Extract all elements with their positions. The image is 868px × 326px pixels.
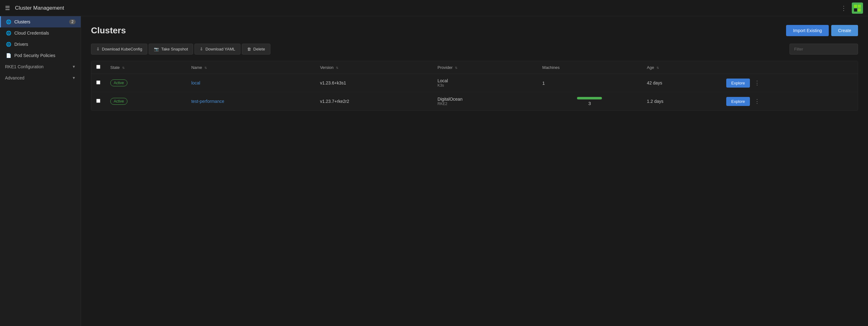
table-row: Active local v1.23.6+k3s1 Local K3s 1 42… [91,74,858,92]
topbar: ☰ Cluster Management ⋮ [0,0,868,16]
machines-count-0: 1 [542,81,545,86]
sidebar-item-cloud-credentials[interactable]: 🌐 Cloud Credentials [0,27,81,39]
sort-name-icon: ⇅ [205,66,207,69]
row-actions-1: Explore ⋮ [721,92,858,111]
row-more-icon-0[interactable]: ⋮ [752,80,762,86]
name-col-label: Name [191,65,202,70]
provider-col-label: Provider [437,65,453,70]
download-yaml-icon: ⇩ [200,47,203,52]
clusters-table: State ⇅ Name ⇅ Version ⇅ Provider [91,61,858,111]
sort-age-icon: ⇅ [656,66,659,69]
explore-button-0[interactable]: Explore [726,79,750,88]
version-col-label: Version [320,65,333,70]
svg-rect-0 [854,5,857,8]
header-actions [721,61,858,74]
row-checkbox-0[interactable] [96,81,100,85]
sidebar-item-clusters[interactable]: 🌐 Clusters 2 [0,16,81,27]
clusters-badge: 2 [69,19,76,24]
machines-bar-1 [577,97,602,99]
document-icon: 📄 [6,53,11,58]
sort-provider-icon: ⇅ [455,66,457,69]
advanced-section-label: Advanced [5,76,72,81]
sidebar-clusters-label: Clusters [14,19,69,24]
svg-rect-2 [854,8,857,11]
header-machines: Machines [537,61,642,74]
select-all-checkbox[interactable] [96,65,100,69]
row-state-0: Active [105,74,186,92]
globe-icon: 🌐 [6,19,11,24]
sidebar-section-rke1[interactable]: RKE1 Configuration ▼ [0,61,81,72]
take-snapshot-button[interactable]: 📷 Take Snapshot [149,43,193,55]
sidebar: 🌐 Clusters 2 🌐 Cloud Credentials 🌐 Drive… [0,16,81,326]
row-machines-0: 1 [537,74,642,92]
status-badge-0: Active [110,80,127,86]
header-version[interactable]: Version ⇅ [315,61,432,74]
sidebar-pod-label: Pod Security Policies [14,53,76,58]
row-checkbox-cell [91,92,105,111]
row-provider-0: Local K3s [432,74,537,92]
trash-icon: 🗑 [247,47,251,52]
download-icon: ⇩ [96,47,100,52]
table-row: Active test-performance v1.23.7+rke2r2 D… [91,92,858,111]
header-name[interactable]: Name ⇅ [186,61,315,74]
main-layout: 🌐 Clusters 2 🌐 Cloud Credentials 🌐 Drive… [0,16,868,326]
row-name-cell-0: local [186,74,315,92]
download-yaml-button[interactable]: ⇩ Download YAML [194,43,241,55]
row-version-1: v1.23.7+rke2r2 [315,92,432,111]
create-button[interactable]: Create [831,25,858,36]
import-existing-button[interactable]: Import Existing [786,25,829,36]
toolbar: ⇩ Download KubeConfig 📷 Take Snapshot ⇩ … [91,43,858,55]
sidebar-item-pod-security-policies[interactable]: 📄 Pod Security Policies [0,50,81,61]
header-checkbox-col [91,61,105,74]
sort-version-icon: ⇅ [336,66,338,69]
globe-icon-2: 🌐 [6,31,11,35]
cluster-name-link-1[interactable]: test-performance [191,99,224,104]
actions-container-0: Explore ⋮ [726,79,853,88]
row-actions-0: Explore ⋮ [721,74,858,92]
provider-sub-0: K3s [437,83,532,88]
download-kubeconfig-label: Download KubeConfig [102,47,142,52]
header-provider[interactable]: Provider ⇅ [432,61,537,74]
sidebar-item-drivers[interactable]: 🌐 Drivers [0,39,81,50]
machines-count-1: 3 [588,101,591,106]
globe-icon-3: 🌐 [6,42,11,47]
cluster-name-link-0[interactable]: local [191,81,200,85]
provider-main-1: DigitalOcean [437,97,532,101]
download-yaml-label: Download YAML [205,47,235,52]
row-checkbox-1[interactable] [96,99,100,103]
page-title: Clusters [91,26,786,35]
table: State ⇅ Name ⇅ Version ⇅ Provider [91,61,858,110]
download-kubeconfig-button[interactable]: ⇩ Download KubeConfig [91,43,147,55]
explore-button-1[interactable]: Explore [726,97,750,106]
delete-button[interactable]: 🗑 Delete [242,43,271,55]
machines-bar-container-1: 3 [542,97,637,106]
sidebar-cloud-label: Cloud Credentials [14,31,76,35]
chevron-down-icon: ▼ [72,64,76,69]
content-area: Clusters Import Existing Create ⇩ Downlo… [81,16,868,326]
provider-sub-1: RKE2 [437,101,532,106]
row-age-1: 1.2 days [642,92,721,111]
sidebar-section-advanced[interactable]: Advanced ▼ [0,72,81,84]
filter-input[interactable] [789,43,858,55]
snapshot-icon: 📷 [154,47,159,52]
status-badge-1: Active [110,98,127,105]
menu-icon[interactable]: ☰ [5,5,10,11]
provider-main-0: Local [437,78,532,83]
row-provider-1: DigitalOcean RKE2 [432,92,537,111]
age-col-label: Age [647,65,654,70]
row-name-cell-1: test-performance [186,92,315,111]
page-header: Clusters Import Existing Create [91,25,858,36]
sidebar-drivers-label: Drivers [14,42,76,47]
take-snapshot-label: Take Snapshot [161,47,188,52]
row-state-1: Active [105,92,186,111]
machines-col-label: Machines [542,65,560,70]
header-age[interactable]: Age ⇅ [642,61,721,74]
actions-container-1: Explore ⋮ [726,97,853,106]
header-state[interactable]: State ⇅ [105,61,186,74]
topbar-title: Cluster Management [15,5,841,11]
row-checkbox-cell [91,74,105,92]
topbar-more-icon[interactable]: ⋮ [841,4,847,12]
row-version-0: v1.23.6+k3s1 [315,74,432,92]
table-header-row: State ⇅ Name ⇅ Version ⇅ Provider [91,61,858,74]
row-more-icon-1[interactable]: ⋮ [752,98,762,105]
